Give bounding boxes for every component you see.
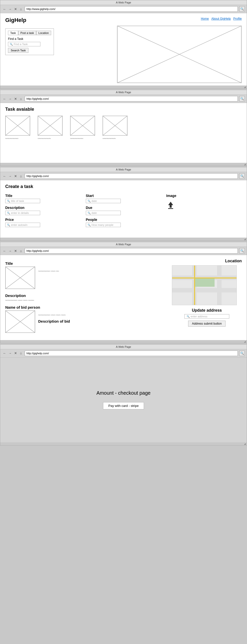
nav-buttons-3: ← → ✕ ⌂ xyxy=(2,174,23,178)
task-detail-right: Location Update xyxy=(172,259,242,336)
home-button-3[interactable]: ⌂ xyxy=(19,174,23,178)
search-button-2[interactable]: 🔍 xyxy=(239,96,245,102)
browser-toolbar-3: ← → ✕ ⌂ 🔍 xyxy=(0,172,247,180)
nav-profile[interactable]: Profile xyxy=(233,17,242,20)
browser-frame-5: A Web Page ← → ✕ ⌂ 🔍 Amount - checkout p… xyxy=(0,344,247,446)
title-input[interactable]: 🔍 title of task xyxy=(5,199,40,203)
close-button-3[interactable]: ✕ xyxy=(13,174,18,178)
home-button-1[interactable]: ⌂ xyxy=(19,7,23,11)
back-button-4[interactable]: ← xyxy=(2,248,7,253)
start-input[interactable]: 🔍 date xyxy=(86,199,121,203)
widget-search-icon: 🔍 xyxy=(10,43,13,46)
start-label: Start xyxy=(86,194,161,198)
nav-buttons-5: ← → ✕ ⌂ xyxy=(2,351,23,356)
page2-content: Task avaiable ~~~~~~~~ xyxy=(0,103,247,163)
search-button-4[interactable]: 🔍 xyxy=(239,248,245,254)
browser-toolbar-4: ← → ✕ ⌂ 🔍 xyxy=(0,247,247,255)
task-detail-bid-image xyxy=(5,310,35,333)
resize-handle-1[interactable]: ◢ xyxy=(0,86,247,88)
search-task-button[interactable]: Search Task xyxy=(8,48,29,53)
description-input[interactable]: 🔍 enter in details xyxy=(5,211,40,215)
close-button-4[interactable]: ✕ xyxy=(13,248,18,253)
search-button-1[interactable]: 🔍 xyxy=(239,6,245,12)
upload-icon[interactable] xyxy=(166,201,242,212)
forward-button-4[interactable]: → xyxy=(8,248,12,253)
home-button-5[interactable]: ⌂ xyxy=(19,351,23,356)
task-card-1[interactable]: ~~~~~~~~ xyxy=(5,116,30,141)
task-title-2: ~~~~~~~~ xyxy=(38,137,51,141)
browser-toolbar-1: ← → ✕ ⌂ 🔍 xyxy=(0,5,247,13)
form-col-2: Start 🔍 date Due 🔍 date People 🔍 How man… xyxy=(86,192,161,227)
browser-frame-3: A Web Page ← → ✕ ⌂ 🔍 Create a task Title… xyxy=(0,167,247,241)
pay-with-card-button[interactable]: Pay with card - stripe xyxy=(103,402,144,410)
task-detail-description-text: ~~~~~~~~ ~~~ ~~~ ~~~~ xyxy=(5,299,167,303)
address-bar-4[interactable] xyxy=(25,248,238,254)
resize-handle-2[interactable]: ◢ xyxy=(0,163,247,166)
home-button-4[interactable]: ⌂ xyxy=(19,248,23,253)
tab-post-task[interactable]: Post a task xyxy=(18,31,36,35)
page1-content: GigHelp Home About GigHelp Profile Task … xyxy=(0,13,247,86)
widget-search-row[interactable]: 🔍 Find a Task xyxy=(8,42,41,46)
back-button-5[interactable]: ← xyxy=(2,351,7,356)
page5-content: Amount - checkout page Pay with card - s… xyxy=(0,358,247,442)
section-5: A Web Page ← → ✕ ⌂ 🔍 Amount - checkout p… xyxy=(0,344,247,446)
address-input[interactable]: 🔍 enter address xyxy=(184,314,229,319)
resize-handle-3[interactable]: ◢ xyxy=(0,238,247,240)
search-button-3[interactable]: 🔍 xyxy=(239,173,245,179)
create-task-title: Create a task xyxy=(5,184,242,189)
widget-search-input[interactable]: Find a Task xyxy=(14,43,28,46)
browser-title-1: A Web Page xyxy=(0,0,247,5)
resize-handle-5[interactable]: ◢ xyxy=(0,442,247,445)
hero-placeholder-image xyxy=(117,26,242,83)
tab-task[interactable]: Task xyxy=(8,31,18,35)
back-button-3[interactable]: ← xyxy=(2,174,7,178)
resize-handle-4[interactable]: ◢ xyxy=(0,340,247,343)
address-bar-2[interactable] xyxy=(25,96,238,102)
people-input[interactable]: 🔍 How many people xyxy=(86,223,121,227)
close-button-1[interactable]: ✕ xyxy=(13,7,18,11)
forward-button-5[interactable]: → xyxy=(8,351,12,356)
task-title-3: ~~~~~~~~ xyxy=(70,137,83,141)
resize-icon-1: ◢ xyxy=(244,86,246,88)
nav-links: Home About GigHelp Profile xyxy=(201,17,242,20)
form-col-1: Title 🔍 title of task Description 🔍 ente… xyxy=(5,192,81,227)
price-input[interactable]: 🔍 enter autowin xyxy=(5,223,40,227)
home-button-2[interactable]: ⌂ xyxy=(19,96,23,101)
widget-section-title: Find a Task xyxy=(8,37,51,41)
due-input-icon: 🔍 xyxy=(88,212,91,214)
update-address-title: Update address xyxy=(172,308,242,313)
task-detail-main-image xyxy=(5,266,35,289)
browser-frame-2: A Web Page ← → ✕ ⌂ 🔍 Task avaiable xyxy=(0,90,247,166)
close-button-2[interactable]: ✕ xyxy=(13,96,18,101)
task-card-4[interactable]: ~~~~~~~~ xyxy=(103,116,127,141)
task-card-3[interactable]: ~~~~~~~~ xyxy=(70,116,95,141)
section-1: A Web Page ← → ✕ ⌂ 🔍 GigHelp Home About … xyxy=(0,0,247,89)
forward-button-3[interactable]: → xyxy=(8,174,12,178)
description-input-placeholder: enter in details xyxy=(11,212,29,214)
close-button-5[interactable]: ✕ xyxy=(13,351,18,356)
due-input[interactable]: 🔍 date xyxy=(86,211,121,215)
address-bar-3[interactable] xyxy=(25,173,238,179)
resize-icon-2: ◢ xyxy=(244,163,246,166)
browser-title-4: A Web Page xyxy=(0,242,247,247)
search-button-5[interactable]: 🔍 xyxy=(239,350,245,356)
forward-button-2[interactable]: → xyxy=(8,96,12,101)
back-button-1[interactable]: ← xyxy=(2,7,7,11)
address-submit-button[interactable]: Address submit button xyxy=(188,321,225,326)
address-bar-5[interactable] xyxy=(25,350,238,356)
tab-location[interactable]: Location xyxy=(36,31,51,35)
address-bar-1[interactable] xyxy=(25,6,238,12)
section-4: A Web Page ← → ✕ ⌂ 🔍 Title xyxy=(0,242,247,343)
task-image-1 xyxy=(5,116,30,136)
nav-about[interactable]: About GigHelp xyxy=(211,17,231,20)
location-title: Location xyxy=(172,259,242,263)
nav-home[interactable]: Home xyxy=(201,17,209,20)
resize-icon-5: ◢ xyxy=(244,442,246,445)
task-card-2[interactable]: ~~~~~~~~ xyxy=(38,116,63,141)
task-image-3 xyxy=(70,116,95,136)
svg-rect-16 xyxy=(168,208,173,209)
detail-bid-description-label: Description of bid xyxy=(38,319,70,323)
forward-button-1[interactable]: → xyxy=(8,7,12,11)
back-button-2[interactable]: ← xyxy=(2,96,7,101)
nav-buttons-2: ← → ✕ ⌂ xyxy=(2,96,23,101)
